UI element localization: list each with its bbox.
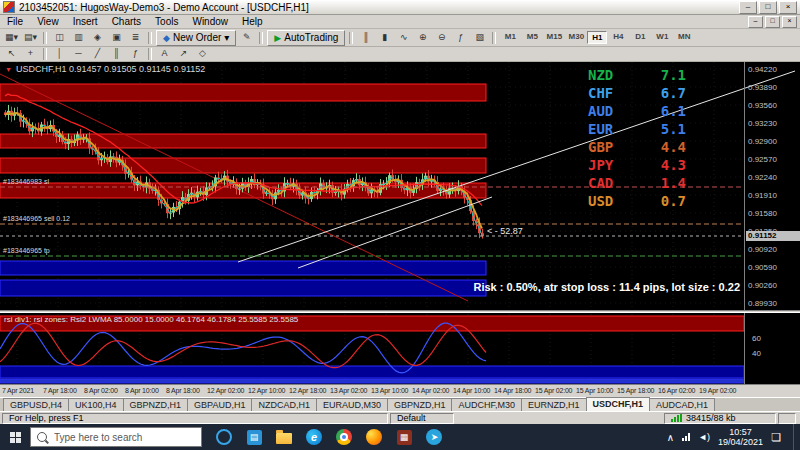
- autotrading-label: AutoTrading: [284, 32, 338, 43]
- chart-tab-audcad-h1[interactable]: AUDCAD,H1: [649, 398, 715, 411]
- start-button[interactable]: [0, 424, 30, 450]
- strength-value: 4.3: [661, 157, 686, 173]
- strength-row-gbp: GBP4.4: [588, 139, 686, 155]
- chart-tab-usdchf-h1[interactable]: USDCHF,H1: [586, 397, 651, 411]
- telegram-icon[interactable]: [424, 427, 444, 447]
- timeframe-m5[interactable]: M5: [521, 31, 543, 44]
- strength-value: 0.7: [661, 193, 686, 209]
- chart-minimize-button[interactable]: –: [748, 16, 763, 28]
- time-axis-label: 13 Apr 02:00: [330, 387, 367, 394]
- arrows-tool[interactable]: ↗: [174, 47, 193, 61]
- menu-file[interactable]: File: [0, 16, 30, 27]
- chart-tab-gbpusd-h4[interactable]: GBPUSD,H4: [3, 398, 69, 411]
- title-bar[interactable]: 2103452051: HugosWay-Demo3 - Demo Accoun…: [0, 0, 800, 15]
- data-window-button[interactable]: ▥: [69, 31, 88, 45]
- timeframe-m1[interactable]: M1: [499, 31, 521, 44]
- bar-chart-button[interactable]: ║: [356, 31, 375, 45]
- time-axis-label: 16 Apr 02:00: [658, 387, 695, 394]
- price-scale-label: 0.92900: [748, 137, 777, 146]
- market-watch-button[interactable]: ◫: [50, 31, 69, 45]
- cortana-icon[interactable]: [214, 427, 234, 447]
- zoom-out-button[interactable]: ⊖: [432, 31, 451, 45]
- timeframe-m15[interactable]: M15: [543, 31, 565, 44]
- chart-tab-euraud-m30[interactable]: EURAUD,M30: [316, 398, 388, 411]
- price-scale-label: 0.90590: [748, 263, 777, 272]
- terminal-button[interactable]: ▣: [107, 31, 126, 45]
- symbol-ohlc-info: ▼ USDCHF,H1 0.91457 0.91505 0.91145 0.91…: [5, 64, 205, 74]
- autotrading-button[interactable]: ▶AutoTrading: [267, 30, 345, 46]
- symbol-ohlc-text: USDCHF,H1 0.91457 0.91505 0.91145 0.9115…: [16, 64, 205, 74]
- file-explorer-icon[interactable]: [274, 427, 294, 447]
- chart-tab-uk100-h4[interactable]: UK100,H4: [68, 398, 124, 411]
- shapes-tool[interactable]: ◇: [193, 47, 212, 61]
- crosshair-tool[interactable]: +: [21, 47, 40, 61]
- line-chart-button[interactable]: ∿: [394, 31, 413, 45]
- app-icon-red[interactable]: [394, 427, 414, 447]
- store-icon[interactable]: [244, 427, 264, 447]
- strategy-tester-button[interactable]: ≣: [126, 31, 145, 45]
- network-icon[interactable]: [682, 433, 690, 441]
- metaeditor-button[interactable]: ✎: [237, 31, 256, 45]
- horizontal-line-tool[interactable]: ─: [69, 47, 88, 61]
- timeframe-m30[interactable]: M30: [565, 31, 587, 44]
- chart-tab-audchf-m30[interactable]: AUDCHF,M30: [451, 398, 522, 411]
- status-profile[interactable]: Default: [390, 413, 454, 424]
- maximize-button[interactable]: □: [759, 1, 777, 14]
- toolbar-standard: ▦▾▤▾◫▥◈▣≣◆New Order▾✎▶AutoTrading║▮∿⊕⊖ƒ▧…: [0, 29, 800, 47]
- zoom-in-button[interactable]: ⊕: [413, 31, 432, 45]
- mt4-window: ▼ USDCHF,H1 0.91457 0.91505 0.91145 0.91…: [0, 0, 800, 450]
- chart-tab-eurnzd-h1[interactable]: EURNZD,H1: [521, 398, 587, 411]
- chart-tab-gbpaud-h1[interactable]: GBPAUD,H1: [187, 398, 252, 411]
- channel-tool[interactable]: ║: [107, 47, 126, 61]
- menu-insert[interactable]: Insert: [66, 16, 105, 27]
- chart-restore-button[interactable]: □: [765, 16, 780, 28]
- navigator-button[interactable]: ◈: [88, 31, 107, 45]
- trendline-tool[interactable]: ╱: [88, 47, 107, 61]
- edge-icon[interactable]: [304, 427, 324, 447]
- menu-view[interactable]: View: [30, 16, 66, 27]
- price-direction-icon: ▼: [5, 66, 12, 73]
- chart-tab-gbpnzd-h1[interactable]: GBPNZD,H1: [387, 398, 453, 411]
- speaker-icon[interactable]: ◄): [698, 432, 710, 442]
- chart-tab-gbpnzd-h1[interactable]: GBPNZD,H1: [123, 398, 189, 411]
- timeframe-h1[interactable]: H1: [587, 31, 607, 44]
- action-center-icon[interactable]: ❏: [771, 431, 781, 444]
- firefox-icon[interactable]: [364, 427, 384, 447]
- menu-tools[interactable]: Tools: [148, 16, 185, 27]
- minimize-button[interactable]: –: [739, 1, 757, 14]
- indicators-button[interactable]: ƒ: [451, 31, 470, 45]
- taskbar-search[interactable]: [30, 427, 202, 447]
- toolbar-separator: [349, 32, 353, 44]
- templates-button[interactable]: ▧: [470, 31, 489, 45]
- chart-close-button[interactable]: ×: [782, 16, 797, 28]
- chrome-icon[interactable]: [334, 427, 354, 447]
- taskbar-time: 10:57: [718, 427, 763, 437]
- menu-charts[interactable]: Charts: [105, 16, 148, 27]
- time-axis-label: 12 Apr 10:00: [248, 387, 285, 394]
- cursor-tool[interactable]: ↖: [2, 47, 21, 61]
- timeframe-w1[interactable]: W1: [651, 31, 673, 44]
- new-chart-button[interactable]: ▦▾: [2, 31, 21, 45]
- chart-tab-nzdcad-h1[interactable]: NZDCAD,H1: [251, 398, 317, 411]
- timeframe-d1[interactable]: D1: [629, 31, 651, 44]
- profiles-button[interactable]: ▤▾: [21, 31, 40, 45]
- toolbar-separator: [148, 32, 152, 44]
- text-tool[interactable]: A: [155, 47, 174, 61]
- timeframe-h4[interactable]: H4: [607, 31, 629, 44]
- new-order-button[interactable]: ◆New Order▾: [156, 30, 236, 46]
- time-axis-label: 14 Apr 10:00: [453, 387, 490, 394]
- time-axis[interactable]: 7 Apr 20217 Apr 18:008 Apr 02:008 Apr 10…: [0, 384, 800, 397]
- timeframe-mn[interactable]: MN: [673, 31, 695, 44]
- vertical-line-tool[interactable]: │: [50, 47, 69, 61]
- fibonacci-tool[interactable]: ƒ: [126, 47, 145, 61]
- panel-splitter[interactable]: [0, 310, 800, 313]
- hidden-icons-chevron[interactable]: ∧: [667, 432, 674, 443]
- show-desktop-strip[interactable]: [793, 424, 798, 450]
- taskbar-clock[interactable]: 10:57 19/04/2021: [718, 427, 763, 447]
- close-button[interactable]: ×: [779, 1, 797, 14]
- menu-help[interactable]: Help: [235, 16, 270, 27]
- menu-window[interactable]: Window: [185, 16, 235, 27]
- taskbar-search-input[interactable]: [52, 431, 186, 444]
- candlestick-button[interactable]: ▮: [375, 31, 394, 45]
- search-icon: [37, 432, 47, 442]
